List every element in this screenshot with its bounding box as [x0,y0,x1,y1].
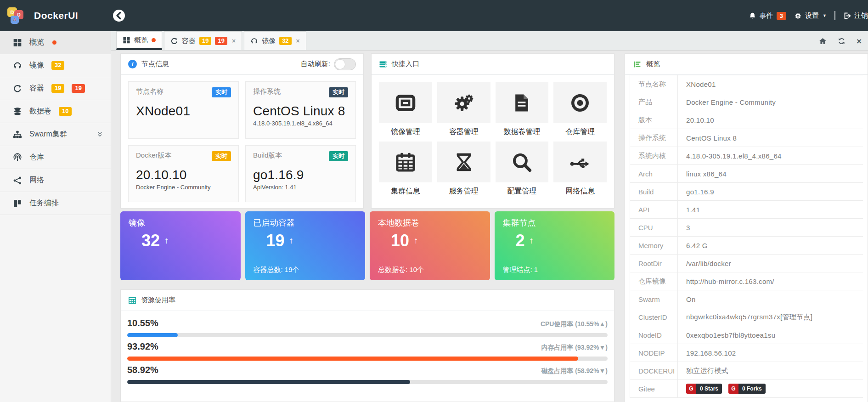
close-all-icon[interactable]: × [857,37,862,45]
stat-value: 10 [391,231,409,250]
tab-containers[interactable]: 容器1919× [164,31,242,50]
tab-close-icon[interactable]: × [232,38,236,44]
calendar-icon [395,152,416,173]
tab-label: 镜像 [262,37,276,45]
resource-usage-title: 资源使用率 [141,296,175,305]
sidebar-item-label: Swarm集群 [29,130,67,139]
home-icon[interactable] [819,37,827,45]
refresh-icon[interactable] [838,37,845,45]
loop-icon [13,84,22,93]
events-count-badge: 3 [777,12,786,20]
stat-subtext: 总数据卷: 10个 [378,266,482,274]
unsaved-dot-icon [52,40,56,45]
table-row: NODEIP192.168.56.102 [630,344,863,362]
count-badge: 19 [199,37,211,45]
table-icon [128,296,136,305]
realtime-badge: 实时 [329,151,348,161]
quick-entry-calendar[interactable]: 集群信息 [379,142,432,196]
row-label: NODEIP [630,344,678,362]
settings-label: 设置 [805,11,819,20]
events-menu[interactable]: 事件 3 [749,11,786,20]
stat-subtext: 管理结点: 1 [503,266,607,274]
sidebar-item-overview[interactable]: 概览 [0,31,111,54]
card-subtext: 4.18.0-305.19.1.el8_4.x86_64 [253,120,348,127]
table-row: 系统内核4.18.0-305.19.1.el8_4.x86_64 [630,147,863,165]
arrow-up-icon: ↑ [414,236,418,246]
card-label: Build版本 [253,151,282,160]
sidebar-item-registry[interactable]: 仓库 [0,146,111,169]
stat-value: 32 [141,231,160,250]
realtime-badge: 实时 [212,151,231,161]
tab-overview[interactable]: 概览 [116,31,162,50]
quick-entry-file-text[interactable]: 数据卷管理 [496,82,549,137]
logout-button[interactable]: 注销 [843,11,868,20]
quick-entry-panel: 快捷入口 镜像管理容器管理数据卷管理仓库管理集群信息服务管理配置管理网络信息 [371,53,614,209]
quick-entry-dot-circle[interactable]: 仓库管理 [553,82,607,137]
settings-menu[interactable]: 设置 ▼ [794,11,827,20]
quick-entry-label: 配置管理 [507,187,536,196]
resource-row: 58.92% 磁盘占用率 (58.92%▼) [127,365,608,384]
row-label: Gitee [630,380,678,397]
tab-images[interactable]: 镜像32× [244,31,306,50]
tab-bar: 概览容器1919×镜像32× × [111,31,868,51]
table-row: 仓库镜像http://hub-mirror.c.163.com/ [630,272,863,290]
database-icon [13,107,22,116]
sidebar-collapse-button[interactable] [113,10,125,22]
row-value: 4.18.0-305.19.1.el8_4.x86_64 [678,152,786,160]
row-value: /var/lib/docker [678,260,736,267]
sidebar-item-network[interactable]: 网络 [0,169,111,192]
progress-bar [127,357,608,361]
auto-refresh-toggle[interactable] [334,58,356,70]
quick-entry-search[interactable]: 配置管理 [496,142,549,196]
table-row: SwarmOn [630,290,863,308]
sidebar-item-images[interactable]: 镜像32 [0,54,111,77]
table-row: 操作系统CentOS Linux 8 [630,129,863,147]
sidebar-item-label: 网络 [29,176,44,185]
app-title: DockerUI [34,10,78,21]
hourglass-icon [453,152,474,173]
quick-entry-hourglass[interactable]: 服务管理 [437,142,490,196]
quick-entry-gears[interactable]: 容器管理 [437,82,490,137]
quick-entry-label: 镜像管理 [391,127,420,137]
resource-label: CPU使用率 (10.55%▲) [541,320,608,328]
sidebar-item-tasks[interactable]: 任务编排 [0,192,111,215]
resource-percent: 58.92% [127,365,158,375]
gitee-badge[interactable]: G0 Forks [728,384,766,394]
quick-entry-label: 集群信息 [391,187,420,196]
stat-value: 19 [266,231,285,250]
resource-label: 内存占用率 (93.92%▼) [541,344,608,352]
sidebar-item-containers[interactable]: 容器1919 [0,77,111,100]
row-value: 0xexqbo1esb7fbl8yttoea1su [678,331,780,339]
quick-entry-label: 数据卷管理 [503,127,540,137]
auto-refresh-label: 自动刷新: [301,60,330,68]
row-label: DOCKERUI [630,362,678,379]
progress-bar [127,380,608,384]
stat-card: 已启动容器19↑容器总数: 19个 [245,211,366,280]
gitee-badge[interactable]: G0 Stars [686,384,722,394]
sidebar-item-label: 容器 [29,84,44,93]
windows-icon [123,36,130,44]
tab-label: 概览 [134,36,148,45]
row-value: 192.168.56.102 [678,349,740,357]
sidebar-item-volumes[interactable]: 数据卷10 [0,100,111,123]
quick-entry-usb[interactable]: 网络信息 [553,142,607,196]
chevron-left-icon [113,10,125,22]
quick-entry-window[interactable]: 镜像管理 [379,82,432,137]
row-label: 节点名称 [630,75,678,93]
progress-bar [127,333,608,337]
realtime-badge: 实时 [212,87,231,97]
node-info-card: Docker版本 实时 20.10.10Docker Engine - Comm… [128,145,239,203]
realtime-badge: 实时 [329,87,348,97]
row-value: 20.10.10 [678,116,719,124]
content-area: i 节点信息 自动刷新: 节点名称 实时 XNode01 操作系统 实时 Cen… [111,51,868,402]
quick-entry-title: 快捷入口 [392,60,419,68]
table-row: CPU3 [630,219,863,237]
resource-usage-panel: 资源使用率 10.55% CPU使用率 (10.55%▲) 93.92% 内存占… [120,289,614,402]
gitee-icon: G [728,384,738,394]
card-label: 操作系统 [253,87,281,96]
chevrons-down-icon[interactable] [96,131,103,138]
podcast-icon [13,153,22,162]
tab-close-icon[interactable]: × [296,38,300,44]
sidebar-item-swarm[interactable]: Swarm集群 [0,123,111,146]
sidebar-item-label: 仓库 [29,153,44,162]
